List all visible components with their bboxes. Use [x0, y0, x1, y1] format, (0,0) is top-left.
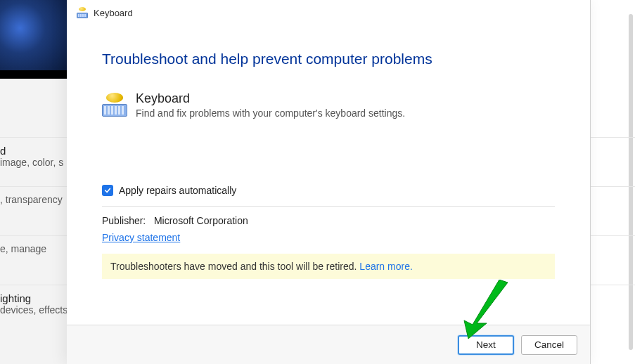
desktop-wallpaper-fragment: [0, 0, 67, 70]
next-button[interactable]: Next: [458, 335, 514, 355]
dialog-title: Keyboard: [94, 8, 133, 18]
apply-repairs-label: Apply repairs automatically: [119, 185, 236, 196]
banner-text: Troubleshooters have moved and this tool…: [110, 261, 359, 272]
deprecation-banner: Troubleshooters have moved and this tool…: [102, 254, 555, 279]
banner-learn-more-link[interactable]: Learn more.: [359, 261, 412, 272]
publisher-row: Publisher: Microsoft Corporation: [102, 215, 555, 226]
item-description: Find and fix problems with your computer…: [136, 108, 405, 119]
cancel-button[interactable]: Cancel: [521, 335, 577, 355]
keyboard-icon: [102, 93, 127, 117]
troubleshooter-dialog: Keyboard Troubleshoot and help prevent c…: [67, 0, 591, 364]
publisher-label: Publisher:: [102, 215, 146, 226]
dialog-body: Troubleshoot and help prevent computer p…: [67, 21, 590, 325]
troubleshooter-item: Keyboard Find and fix problems with your…: [102, 91, 555, 119]
divider: [102, 206, 555, 207]
apply-repairs-checkbox-row[interactable]: Apply repairs automatically: [102, 185, 555, 196]
dialog-footer: Next Cancel: [67, 325, 590, 364]
keyboard-icon: [77, 7, 88, 18]
page-heading: Troubleshoot and help prevent computer p…: [102, 51, 555, 67]
dialog-titlebar: Keyboard: [67, 0, 590, 21]
publisher-value: Microsoft Corporation: [154, 215, 248, 226]
item-title: Keyboard: [136, 91, 405, 106]
privacy-statement-link[interactable]: Privacy statement: [102, 232, 180, 243]
checkbox-checked-icon[interactable]: [102, 185, 113, 196]
